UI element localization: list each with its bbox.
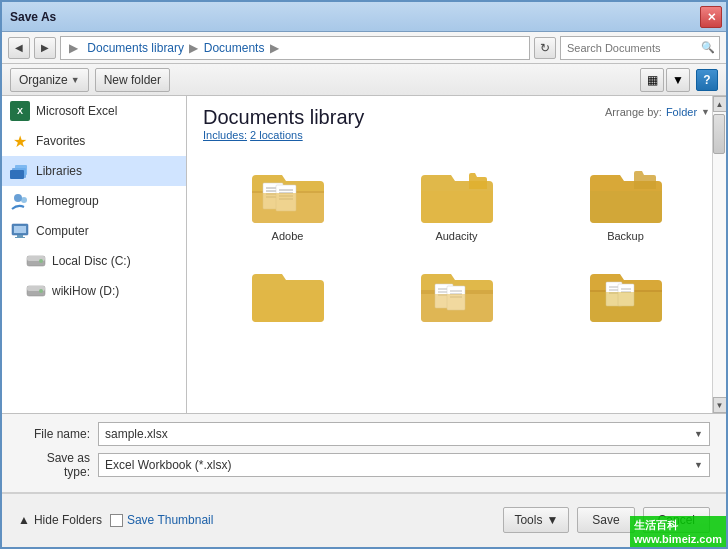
svg-rect-8: [15, 237, 25, 238]
saveastype-value: Excel Workbook (*.xlsx): [105, 458, 231, 472]
forward-button[interactable]: ▶: [34, 37, 56, 59]
view-arrow-button[interactable]: ▼: [666, 68, 690, 92]
folder-name-backup: Backup: [607, 230, 644, 242]
folder-item-adobe[interactable]: Adobe: [203, 153, 372, 252]
hide-folders-label: Hide Folders: [34, 513, 102, 527]
sidebar-item-computer[interactable]: Computer: [2, 216, 186, 246]
folder-icon-audacity: [417, 163, 497, 228]
sidebar-item-localdisc[interactable]: Local Disc (C:): [2, 246, 186, 276]
footer: ▲ Hide Folders Save Thumbnail Tools ▼ Sa…: [2, 493, 726, 546]
path-sep2: ▶: [266, 41, 278, 55]
saveastype-dropdown-arrow[interactable]: ▼: [694, 460, 703, 470]
sidebar-item-favorites[interactable]: ★ Favorites: [2, 126, 186, 156]
computer-icon: [10, 221, 30, 241]
refresh-button[interactable]: ↻: [534, 37, 556, 59]
view-icon: ▦: [647, 73, 658, 87]
filename-dropdown-arrow[interactable]: ▼: [694, 429, 703, 439]
sidebar: X Microsoft Excel ★ Favorites: [2, 96, 187, 413]
folder-item-4[interactable]: [203, 252, 372, 339]
filename-input[interactable]: sample.xlsx ▼: [98, 422, 710, 446]
includes-label: Includes:: [203, 129, 247, 141]
main-area: X Microsoft Excel ★ Favorites: [2, 96, 726, 414]
address-bar: ◀ ▶ ▶ Documents library ▶ Documents ▶ ↻ …: [2, 32, 726, 64]
folder-icon-4: [248, 262, 328, 327]
footer-left: ▲ Hide Folders Save Thumbnail: [18, 513, 213, 527]
folder-icon-6: [586, 262, 666, 327]
save-thumbnail-area: Save Thumbnail: [110, 513, 214, 527]
save-as-dialog: Save As ✕ ◀ ▶ ▶ Documents library ▶ Docu…: [0, 0, 728, 549]
new-folder-label: New folder: [104, 73, 161, 87]
help-button[interactable]: ?: [696, 69, 718, 91]
content-scrollbar: ▲ ▼: [712, 96, 726, 413]
sidebar-label-homegroup: Homegroup: [36, 194, 99, 208]
homegroup-icon: [10, 191, 30, 211]
sidebar-item-homegroup[interactable]: Homegroup: [2, 186, 186, 216]
svg-point-11: [39, 259, 43, 263]
svg-point-3: [14, 194, 22, 202]
file-fields-area: File name: sample.xlsx ▼ Save as type: E…: [2, 414, 726, 493]
new-folder-button[interactable]: New folder: [95, 68, 170, 92]
path-libraries[interactable]: Documents library: [87, 41, 184, 55]
search-box: 🔍: [560, 36, 720, 60]
sidebar-label-excel: Microsoft Excel: [36, 104, 117, 118]
filename-label: File name:: [18, 427, 98, 441]
sidebar-item-wikihow[interactable]: wikiHow (D:): [2, 276, 186, 306]
save-thumbnail-label: Save Thumbnail: [127, 513, 214, 527]
sidebar-label-favorites: Favorites: [36, 134, 85, 148]
svg-point-4: [21, 197, 27, 203]
saveastype-input[interactable]: Excel Workbook (*.xlsx) ▼: [98, 453, 710, 477]
tools-button[interactable]: Tools ▼: [503, 507, 569, 533]
scroll-down-button[interactable]: ▼: [713, 397, 727, 413]
address-path[interactable]: ▶ Documents library ▶ Documents ▶: [60, 36, 530, 60]
svg-rect-2: [10, 170, 24, 179]
folder-item-6[interactable]: [541, 252, 710, 339]
arrange-arrow[interactable]: ▼: [701, 107, 710, 117]
sidebar-label-wikihow: wikiHow (D:): [52, 284, 119, 298]
folder-name-adobe: Adobe: [272, 230, 304, 242]
watermark: 生活百科www.bimeiz.com: [630, 516, 726, 547]
saveastype-row: Save as type: Excel Workbook (*.xlsx) ▼: [18, 451, 710, 479]
scroll-up-button[interactable]: ▲: [713, 96, 727, 112]
folder-item-backup[interactable]: Backup: [541, 153, 710, 252]
save-button[interactable]: Save: [577, 507, 634, 533]
arrange-by-label: Arrange by:: [605, 106, 662, 118]
search-input[interactable]: [567, 42, 697, 54]
libraries-icon: [10, 161, 30, 181]
organize-arrow: ▼: [71, 75, 80, 85]
favorites-icon: ★: [10, 131, 30, 151]
svg-point-14: [39, 289, 43, 293]
folder-item-audacity[interactable]: Audacity: [372, 153, 541, 252]
close-button[interactable]: ✕: [700, 6, 722, 28]
save-label: Save: [592, 513, 619, 527]
tools-label: Tools: [514, 513, 542, 527]
toolbar: Organize ▼ New folder ▦ ▼ ?: [2, 64, 726, 96]
folder-icon-backup: [586, 163, 666, 228]
library-title: Documents library: [203, 106, 364, 129]
view-icon-button[interactable]: ▦: [640, 68, 664, 92]
path-documents[interactable]: Documents: [204, 41, 265, 55]
organize-button[interactable]: Organize ▼: [10, 68, 89, 92]
folder-name-audacity: Audacity: [435, 230, 477, 242]
save-thumbnail-checkbox[interactable]: [110, 514, 123, 527]
path-spacer: [82, 41, 85, 55]
folder-item-5[interactable]: [372, 252, 541, 339]
scroll-track: [713, 112, 727, 397]
svg-rect-6: [14, 226, 26, 233]
arrange-by: Arrange by: Folder ▼: [605, 106, 710, 118]
scroll-thumb[interactable]: [713, 114, 725, 154]
sidebar-item-excel[interactable]: X Microsoft Excel: [2, 96, 186, 126]
excel-icon: X: [10, 101, 30, 121]
library-subtitle: Includes: 2 locations: [203, 129, 364, 141]
arrange-by-value[interactable]: Folder: [666, 106, 697, 118]
locations-link[interactable]: 2 locations: [250, 129, 303, 141]
sidebar-label-computer: Computer: [36, 224, 89, 238]
hide-folders-button[interactable]: ▲ Hide Folders: [18, 513, 102, 527]
disc-icon: [26, 251, 46, 271]
search-icon[interactable]: 🔍: [701, 41, 715, 54]
dialog-title: Save As: [10, 10, 56, 24]
view-buttons: ▦ ▼: [640, 68, 690, 92]
path-sep1: ▶: [186, 41, 202, 55]
back-button[interactable]: ◀: [8, 37, 30, 59]
content-header: Documents library Includes: 2 locations …: [187, 96, 726, 145]
sidebar-item-libraries[interactable]: Libraries: [2, 156, 186, 186]
